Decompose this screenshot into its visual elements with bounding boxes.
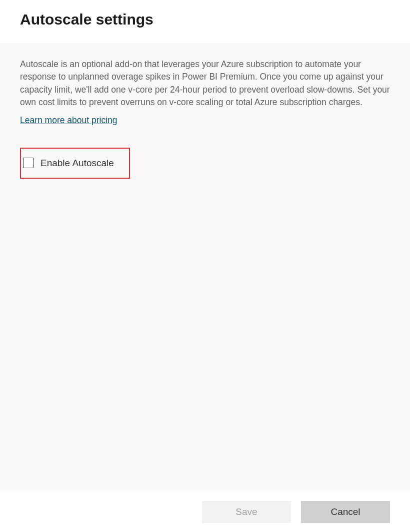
- enable-autoscale-label: Enable Autoscale: [40, 158, 114, 169]
- header: Autoscale settings: [0, 0, 410, 43]
- enable-autoscale-checkbox[interactable]: [23, 158, 34, 168]
- cancel-button[interactable]: Cancel: [301, 501, 390, 523]
- page-title: Autoscale settings: [20, 11, 390, 28]
- enable-autoscale-highlight: Enable Autoscale: [20, 148, 130, 179]
- footer: Save Cancel: [0, 491, 410, 532]
- learn-more-link[interactable]: Learn more about pricing: [20, 115, 390, 126]
- save-button[interactable]: Save: [202, 501, 291, 523]
- content-panel: Autoscale is an optional add-on that lev…: [0, 43, 410, 491]
- description-text: Autoscale is an optional add-on that lev…: [20, 58, 390, 109]
